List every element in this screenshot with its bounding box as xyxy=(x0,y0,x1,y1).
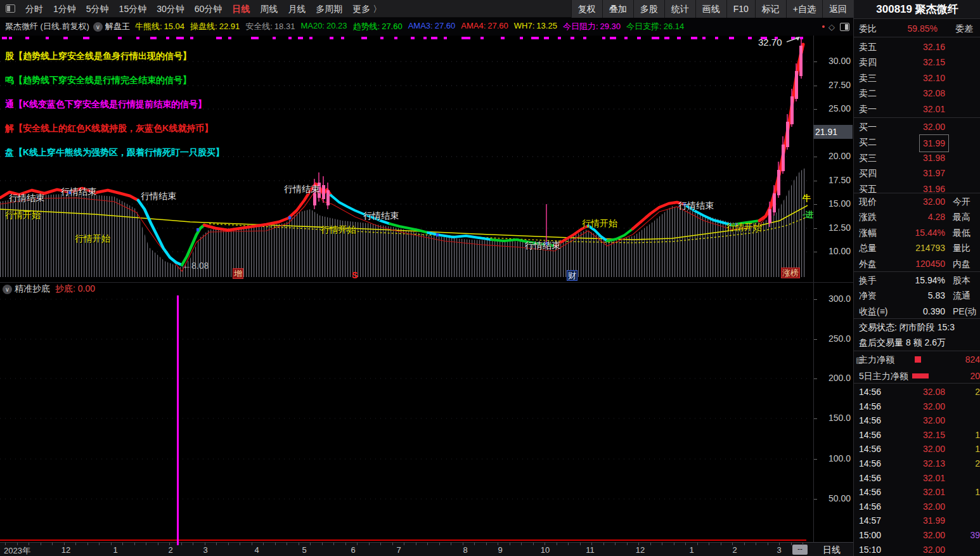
month-label-4: 3 xyxy=(203,545,207,555)
axis-minor-tick xyxy=(287,543,287,545)
tab-period-0[interactable]: 分时 xyxy=(20,0,48,18)
axis-minor-tick xyxy=(228,543,229,545)
tab-period-5[interactable]: 60分钟 xyxy=(190,0,228,18)
price-tickmark xyxy=(814,61,817,62)
quote-separator xyxy=(854,383,980,384)
main-price-chart[interactable] xyxy=(0,36,813,282)
price-tickmark xyxy=(814,252,817,252)
tick-price: 32.00 xyxy=(923,413,945,428)
stat-value: 15.94% xyxy=(915,273,945,288)
tick-row-11[interactable]: 15:1032.00 xyxy=(854,542,980,556)
stat-label: 收益(≡) xyxy=(859,304,888,319)
tab-period-1[interactable]: 1分钟 xyxy=(48,0,81,18)
toolbar-button-5[interactable]: F10 xyxy=(726,0,755,18)
sub-indicator-chart[interactable] xyxy=(0,282,813,542)
stat-row-现价[interactable]: 现价32.00今开 xyxy=(854,194,980,209)
stat-row-总量[interactable]: 总量214793量比 xyxy=(854,240,980,255)
tick-time: 14:56 xyxy=(859,427,881,443)
axis-divider-button[interactable]: -- xyxy=(792,545,808,555)
toolbar-button-4[interactable]: 画线 xyxy=(695,0,726,18)
month-label-14: 1 xyxy=(689,545,693,555)
flow-row-1[interactable]: 5日主力净额20 xyxy=(854,368,980,384)
tab-period-3[interactable]: 15分钟 xyxy=(114,0,152,18)
toolbar-button-1[interactable]: 叠加 xyxy=(602,0,633,18)
panel-separator xyxy=(0,282,853,283)
level-row-买一[interactable]: 买一32.00 xyxy=(854,119,980,134)
toolbar-button-6[interactable]: 标记 xyxy=(755,0,786,18)
indicator-value: 26.14 xyxy=(664,22,685,31)
month-label-16: 3 xyxy=(777,545,781,555)
diamond-icon[interactable]: ◇ xyxy=(828,22,835,32)
stat-value: 15.44% xyxy=(915,225,945,240)
tab-period-7[interactable]: 周线 xyxy=(255,0,283,18)
tab-period-10[interactable]: 更多 〉 xyxy=(347,0,387,18)
level-row-买三[interactable]: 买三31.98 xyxy=(854,150,980,165)
indicator-label: MA20: xyxy=(300,21,325,30)
tick-row-0[interactable]: 14:5632.082 xyxy=(854,384,980,399)
level-row-卖二[interactable]: 卖二32.08 xyxy=(854,86,980,101)
toolbar-button-3[interactable]: 统计 xyxy=(664,0,695,18)
axis-minor-tick xyxy=(310,543,311,545)
tab-period-6[interactable]: 日线 xyxy=(227,0,255,18)
tick-row-10[interactable]: 15:0032.0039 xyxy=(854,527,980,543)
tick-time: 15:00 xyxy=(859,527,881,543)
level-row-买四[interactable]: 买四31.97 xyxy=(854,165,980,181)
price-tickmark xyxy=(814,157,817,157)
level-label: 买四 xyxy=(859,165,877,181)
tick-row-3[interactable]: 14:5632.151 xyxy=(854,427,980,443)
price-tick-2: 25.00 xyxy=(814,103,851,113)
weibi-row[interactable]: 委比59.85%委差 xyxy=(854,21,980,36)
toolbar-button-7[interactable]: +自选 xyxy=(786,0,822,18)
stat-row-涨幅[interactable]: 涨幅15.44%最低 xyxy=(854,225,980,240)
tick-row-2[interactable]: 14:5632.00 xyxy=(854,413,980,428)
chevron-circle-icon[interactable]: ∨ xyxy=(93,22,103,32)
chevron-circle-icon[interactable]: ∨ xyxy=(3,285,12,294)
stat-label-right: 最高 xyxy=(953,209,970,224)
tick-price: 32.00 xyxy=(923,399,945,414)
axis-minor-tick xyxy=(427,543,428,545)
stat2-row-0[interactable]: 换手15.94%股本 xyxy=(854,273,980,288)
stat-row-涨跌[interactable]: 涨跌4.28最高 xyxy=(854,209,980,224)
indicator-0: 牛熊线:15.04 xyxy=(135,21,184,32)
tick-row-9[interactable]: 14:5731.99 xyxy=(854,513,980,528)
tab-period-8[interactable]: 月线 xyxy=(283,0,311,18)
tick-row-5[interactable]: 14:5632.132 xyxy=(854,456,980,471)
tick-row-7[interactable]: 14:5632.011 xyxy=(854,484,980,500)
tick-row-1[interactable]: 14:5632.00 xyxy=(854,399,980,414)
axis-minor-tick xyxy=(486,543,487,545)
indicator-9: 今日支撑:26.14 xyxy=(626,21,684,32)
indicator-4: 趋势线:27.60 xyxy=(353,21,403,32)
level-row-买二[interactable]: 买二31.99 xyxy=(854,134,980,150)
tab-period-2[interactable]: 5分钟 xyxy=(81,0,114,18)
flow-row-0[interactable]: 主力净额▤824 xyxy=(854,352,980,367)
window-icon[interactable] xyxy=(6,4,15,13)
stat2-row-2[interactable]: 收益(≡)0.390PE(动 xyxy=(854,304,980,319)
toolbar-button-2[interactable]: 多股 xyxy=(633,0,664,18)
sub-tickmark xyxy=(814,499,817,500)
tab-period-9[interactable]: 多周期 xyxy=(311,0,347,18)
tick-row-6[interactable]: 14:5632.01 xyxy=(854,470,980,486)
stock-code-title[interactable]: 300819 聚杰微纤 xyxy=(854,0,980,19)
stat-row-外盘[interactable]: 外盘120450内盘 xyxy=(854,256,980,271)
axis-minor-tick xyxy=(768,543,768,545)
tick-price: 32.15 xyxy=(923,427,945,443)
indicator-label: WH7: xyxy=(514,21,535,30)
toolbar-button-8[interactable]: 返回 xyxy=(822,0,853,18)
tick-row-4[interactable]: 14:5632.001 xyxy=(854,441,980,456)
time-axis[interactable]: -- 日线 2023年12123456789101112123 xyxy=(0,542,853,556)
panel-toggle-icon[interactable] xyxy=(840,23,849,31)
indicator-value: 20.23 xyxy=(326,21,347,30)
price-tick-0: 30.00 xyxy=(814,56,851,66)
level-row-卖五[interactable]: 卖五32.16 xyxy=(854,39,980,55)
axis-minor-tick xyxy=(134,543,135,545)
sub-tick-2: 200.0 xyxy=(814,373,851,383)
tick-row-8[interactable]: 14:5632.00 xyxy=(854,499,980,514)
sub-tickmark xyxy=(814,299,817,300)
tab-period-4[interactable]: 30分钟 xyxy=(152,0,190,18)
stat2-row-1[interactable]: 净资5.83流通 xyxy=(854,288,980,303)
toolbar-button-0[interactable]: 复权 xyxy=(571,0,602,18)
level-row-卖四[interactable]: 卖四32.15 xyxy=(854,55,980,70)
level-row-卖一[interactable]: 卖一32.01 xyxy=(854,101,980,117)
level-row-卖三[interactable]: 卖三32.10 xyxy=(854,70,980,86)
stat-value: 0.390 xyxy=(923,304,945,319)
